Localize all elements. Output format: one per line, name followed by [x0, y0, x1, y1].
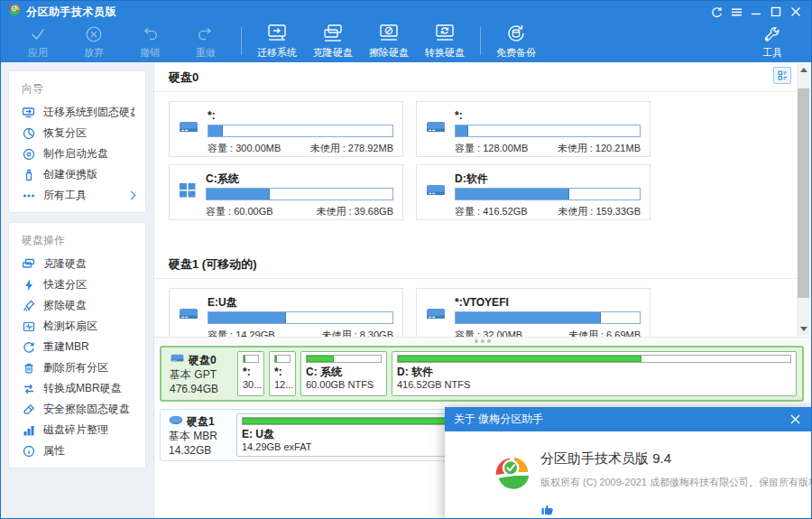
partition-card-star1[interactable]: *: 容量 : 300.00MB未使用 : 278.92MB — [169, 101, 403, 157]
convert-swap-icon — [22, 383, 35, 395]
app-window: 分区助手技术员版 应用 放弃 — [0, 0, 812, 519]
app-logo-icon — [8, 4, 21, 20]
removable-drive-icon — [169, 414, 183, 429]
broom-icon — [22, 300, 35, 312]
unused-label: 未使用 : 39.68GB — [316, 205, 393, 218]
sidebar-item-secure-erase-ssd[interactable]: 安全擦除固态硬盘 — [9, 399, 145, 420]
sidebar-item-properties[interactable]: 属性 — [9, 440, 145, 461]
disk0-row[interactable]: 硬盘0 基本 GPT 476.94GB *: 30... *: 12... — [160, 346, 804, 402]
sidebar: 向导 迁移系统到固态硬盘 恢复分区 制作启动光盘 创建便携版 所有工具 — [1, 62, 154, 518]
sidebar-item-wipe-disk[interactable]: 擦除硬盘 — [9, 295, 145, 316]
toolbar-separator — [480, 27, 481, 55]
copyright-text: 版权所有 (C) 2009-2021 成都傲梅科技有限公司。保留所有版权。 — [540, 476, 812, 489]
dialog-close-button[interactable] — [786, 411, 804, 429]
capacity-label: 容量 : 60.00GB — [206, 205, 273, 218]
wipe-disk-button[interactable]: 擦除硬盘 — [361, 23, 417, 62]
usage-fill — [208, 312, 286, 323]
refresh-button[interactable] — [706, 3, 726, 21]
usage-bar — [455, 311, 641, 324]
sidebar-item-convert-to-mbr[interactable]: 转换成MBR硬盘 — [9, 378, 145, 399]
free-backup-button[interactable]: 免费备份 — [488, 23, 544, 62]
discard-button[interactable]: 放弃 — [66, 23, 122, 62]
migrate-system-button[interactable]: 迁移系统 — [249, 23, 305, 62]
maximize-button[interactable] — [766, 3, 786, 21]
convert-disk-button[interactable]: 转换硬盘 — [417, 23, 473, 62]
tools-button[interactable]: 工具 — [744, 23, 800, 62]
section-title: 硬盘操作 — [9, 227, 145, 254]
eraser-icon — [22, 403, 35, 416]
map-partition-star2[interactable]: *: 12... — [269, 351, 296, 396]
sidebar-item-migrate-to-ssd[interactable]: 迁移系统到固态硬盘 — [9, 102, 145, 123]
scroll-thumb[interactable] — [798, 88, 809, 298]
defrag-icon — [22, 424, 35, 437]
disk-size: 476.94GB — [170, 382, 235, 396]
map-partition-d-software[interactable]: D: 软件 416.52GB NTFS — [392, 351, 797, 396]
disk1-label: 硬盘1 基本 MBR 14.32GB — [161, 410, 234, 460]
migrate-ssd-icon — [22, 107, 35, 119]
sidebar-item-defragment[interactable]: 磁盘碎片整理 — [9, 420, 145, 440]
map-partition-c-system[interactable]: C: 系统 60.00GB NTFS — [300, 351, 387, 396]
sidebar-item-quick-partition[interactable]: 快速分区 — [9, 274, 145, 295]
redo-button[interactable]: 重做 — [178, 23, 234, 62]
capacity-label: 容量 : 416.52GB — [455, 205, 528, 218]
capacity-label: 容量 : 128.00MB — [455, 142, 528, 155]
sidebar-item-rebuild-mbr[interactable]: 重建MBR — [9, 337, 145, 357]
check-icon — [27, 24, 49, 44]
usage-fill — [456, 125, 468, 136]
drive-icon — [426, 181, 446, 214]
sidebar-item-recover-partition[interactable]: 恢复分区 — [9, 123, 145, 144]
partition-card-d-software[interactable]: D:软件 容量 : 416.52GB未使用 : 159.33GB — [416, 164, 651, 220]
product-logo-icon — [492, 453, 533, 498]
usage-bar — [455, 188, 641, 200]
drive-icon — [426, 305, 446, 337]
close-button[interactable] — [786, 3, 806, 21]
usage-fill — [456, 312, 601, 323]
usage-fill — [275, 356, 277, 362]
usage-bar — [274, 355, 291, 363]
thumbs-up-icon — [540, 502, 555, 519]
scroll-up-arrow[interactable] — [797, 63, 810, 77]
usage-bar — [306, 355, 382, 363]
capacity-label: 容量 : 32.00MB — [455, 329, 522, 337]
scroll-down-arrow[interactable] — [797, 322, 810, 336]
title-bar: 分区助手技术员版 — [1, 1, 811, 23]
partition-card-e-usb[interactable]: E:U盘 容量 : 14.29GB未使用 : 8.30GB — [169, 288, 403, 337]
clone-disk-icon — [22, 258, 35, 271]
partition-card-star2[interactable]: *: 容量 : 128.00MB未使用 : 120.21MB — [416, 101, 651, 157]
usage-fill — [207, 189, 270, 199]
toolbar-separator — [241, 27, 242, 55]
view-toggle-button[interactable] — [773, 67, 791, 84]
partition-card-c-system[interactable]: C:系统 容量 : 60.00GB未使用 : 39.68GB — [169, 164, 403, 220]
map-partition-star1[interactable]: *: 30... — [237, 351, 264, 396]
unused-label: 未使用 : 6.69MB — [568, 329, 641, 337]
sidebar-item-all-tools[interactable]: 所有工具 — [9, 185, 145, 206]
clone-disk-button[interactable]: 克隆硬盘 — [305, 23, 361, 62]
sidebar-item-make-boot-disc[interactable]: 制作启动光盘 — [9, 144, 145, 164]
quick-partition-icon — [22, 279, 35, 292]
windows-icon — [179, 181, 197, 214]
trash-icon — [22, 362, 35, 375]
partition-card-vtoyefi[interactable]: *:VTOYEFI 容量 : 32.00MB未使用 : 6.69MB — [416, 288, 651, 337]
clone-disk-icon — [321, 23, 345, 44]
menu-button[interactable] — [726, 3, 746, 21]
apply-button[interactable]: 应用 — [10, 23, 66, 62]
sidebar-item-clone-disk[interactable]: 克隆硬盘 — [9, 254, 145, 274]
minimize-button[interactable] — [746, 3, 766, 21]
sidebar-item-create-portable[interactable]: 创建便携版 — [9, 164, 145, 185]
splitter-handle-icon — [481, 339, 484, 343]
unused-label: 未使用 : 8.30GB — [322, 329, 393, 337]
undo-button[interactable]: 撤销 — [122, 23, 178, 62]
portable-version-icon — [22, 169, 35, 181]
section-title: 向导 — [9, 75, 145, 102]
sidebar-item-check-bad-sectors[interactable]: 检测坏扇区 — [9, 316, 145, 337]
usage-bar — [243, 355, 259, 363]
usage-bar — [208, 125, 393, 137]
sidebar-item-delete-all-partitions[interactable]: 删除所有分区 — [9, 357, 145, 378]
undo-icon — [139, 24, 161, 44]
vertical-scrollbar[interactable] — [797, 63, 810, 336]
disk-scheme: 基本 MBR — [169, 429, 234, 443]
usage-bar — [206, 188, 393, 200]
drive-icon — [426, 118, 446, 151]
redo-icon — [195, 24, 217, 44]
discard-circle-x-icon — [83, 24, 105, 44]
